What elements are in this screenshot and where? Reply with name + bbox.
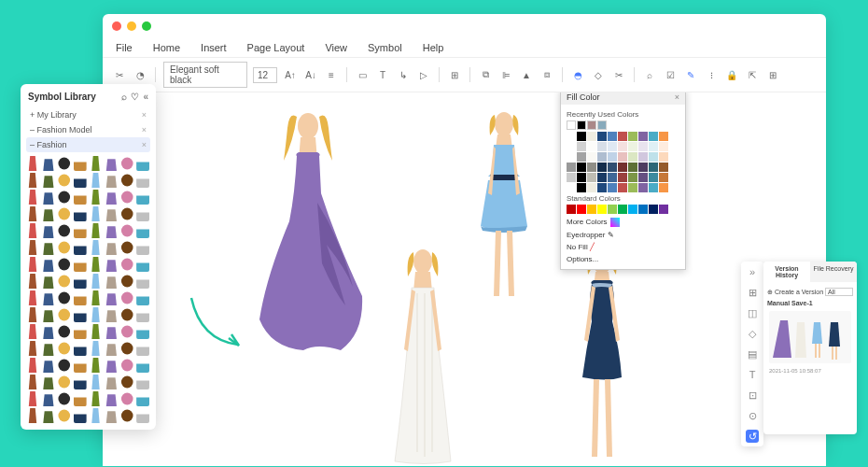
symbol-item[interactable] — [74, 358, 87, 373]
align-icon[interactable]: ≡ — [324, 67, 339, 82]
symbol-item[interactable] — [120, 240, 133, 255]
expand-icon[interactable]: » — [746, 265, 759, 278]
flip-icon[interactable]: ▲ — [519, 67, 534, 82]
symbol-item[interactable] — [120, 408, 133, 423]
menu-file[interactable]: File — [116, 42, 133, 53]
comment-icon[interactable]: ⊙ — [746, 409, 759, 422]
symbol-item[interactable] — [74, 375, 87, 389]
no-fill-option[interactable]: No Fill ╱ — [567, 241, 679, 253]
symbol-item[interactable] — [26, 156, 39, 171]
create-version-button[interactable]: ⊕ Create a Version — [767, 289, 823, 296]
symbol-item[interactable] — [120, 324, 133, 339]
symbol-item[interactable] — [26, 391, 39, 406]
color-swatch[interactable] — [649, 183, 658, 192]
symbol-item[interactable] — [26, 257, 39, 272]
symbol-item[interactable] — [120, 206, 133, 221]
color-swatch[interactable] — [618, 142, 627, 151]
symbol-item[interactable] — [42, 223, 55, 238]
theme-icon[interactable]: ◫ — [746, 306, 759, 319]
color-swatch[interactable] — [587, 183, 596, 192]
symbol-item[interactable] — [136, 257, 149, 272]
symbol-item[interactable] — [90, 274, 103, 289]
symbol-item[interactable] — [74, 324, 87, 339]
search-library-icon[interactable]: ⌕ — [121, 92, 127, 102]
color-swatch[interactable] — [567, 152, 576, 162]
text-tool-icon[interactable]: T — [375, 67, 390, 82]
color-swatch[interactable] — [567, 205, 576, 214]
symbol-item[interactable] — [136, 240, 149, 255]
symbol-item[interactable] — [105, 240, 118, 255]
symbol-item[interactable] — [136, 156, 149, 171]
symbol-item[interactable] — [120, 223, 133, 238]
layers-icon[interactable]: ☑ — [663, 67, 678, 82]
symbol-item[interactable] — [105, 307, 118, 322]
export-icon[interactable]: ⇱ — [745, 67, 760, 82]
color-swatch[interactable] — [628, 183, 637, 192]
symbol-item[interactable] — [90, 391, 103, 406]
color-swatch[interactable] — [659, 163, 668, 172]
color-swatch[interactable] — [628, 163, 637, 172]
color-swatch[interactable] — [649, 163, 658, 172]
symbol-item[interactable] — [105, 341, 118, 356]
symbol-item[interactable] — [26, 375, 39, 389]
color-swatch[interactable] — [567, 142, 576, 151]
color-swatch[interactable] — [628, 205, 637, 214]
color-swatch[interactable] — [597, 205, 607, 214]
color-swatch[interactable] — [597, 142, 607, 151]
menu-page-layout[interactable]: Page Layout — [247, 42, 305, 53]
symbol-item[interactable] — [26, 190, 39, 205]
collapse-library-icon[interactable]: « — [143, 92, 148, 102]
symbol-item[interactable] — [58, 257, 71, 272]
align-objects-icon[interactable]: ⊫ — [498, 67, 513, 82]
symbol-item[interactable] — [74, 274, 87, 289]
group-icon[interactable]: ⧉ — [478, 67, 493, 82]
color-swatch[interactable] — [577, 152, 586, 162]
cut-icon[interactable]: ✂ — [112, 67, 127, 82]
color-swatch[interactable] — [638, 173, 648, 182]
symbol-item[interactable] — [42, 206, 55, 221]
color-swatch[interactable] — [567, 183, 576, 192]
symbol-item[interactable] — [74, 257, 87, 272]
color-swatch[interactable] — [608, 205, 617, 214]
color-swatch[interactable] — [659, 132, 668, 141]
symbol-item[interactable] — [136, 173, 149, 188]
color-swatch[interactable] — [567, 163, 576, 172]
font-increase-icon[interactable]: A↑ — [283, 67, 298, 82]
color-swatch[interactable] — [597, 132, 607, 141]
symbol-item[interactable] — [42, 240, 55, 255]
color-swatch[interactable] — [577, 183, 586, 192]
color-swatch[interactable] — [567, 132, 576, 141]
symbol-item[interactable] — [42, 257, 55, 272]
symbol-item[interactable] — [120, 274, 133, 289]
pen-color-icon[interactable]: ✎ — [683, 67, 698, 82]
symbol-item[interactable] — [120, 358, 133, 373]
symbol-item[interactable] — [26, 307, 39, 322]
color-swatch[interactable] — [618, 173, 627, 182]
symbol-item[interactable] — [120, 307, 133, 322]
font-decrease-icon[interactable]: A↓ — [303, 67, 318, 82]
color-swatch[interactable] — [577, 173, 586, 182]
symbol-item[interactable] — [105, 274, 118, 289]
symbol-item[interactable] — [42, 358, 55, 373]
symbol-item[interactable] — [58, 156, 71, 171]
crop-icon[interactable]: ✂ — [611, 67, 626, 82]
format-painter-icon[interactable]: ◔ — [133, 67, 147, 82]
symbol-item[interactable] — [74, 391, 87, 406]
color-swatch[interactable] — [628, 132, 637, 141]
color-swatch[interactable] — [577, 163, 586, 172]
color-swatch[interactable] — [587, 205, 596, 214]
symbol-item[interactable] — [90, 324, 103, 339]
color-swatch[interactable] — [577, 142, 586, 151]
lock-icon[interactable]: 🔒 — [724, 67, 739, 82]
menu-help[interactable]: Help — [423, 42, 444, 53]
symbol-item[interactable] — [136, 341, 149, 356]
symbol-item[interactable] — [74, 173, 87, 188]
color-swatch[interactable] — [659, 183, 668, 192]
symbol-item[interactable] — [42, 408, 55, 423]
color-swatch[interactable] — [638, 132, 648, 141]
image-tool-icon[interactable]: ⊞ — [447, 67, 462, 82]
symbol-item[interactable] — [42, 307, 55, 322]
symbol-item[interactable] — [42, 156, 55, 171]
symbol-item[interactable] — [26, 274, 39, 289]
color-swatch[interactable] — [608, 163, 617, 172]
